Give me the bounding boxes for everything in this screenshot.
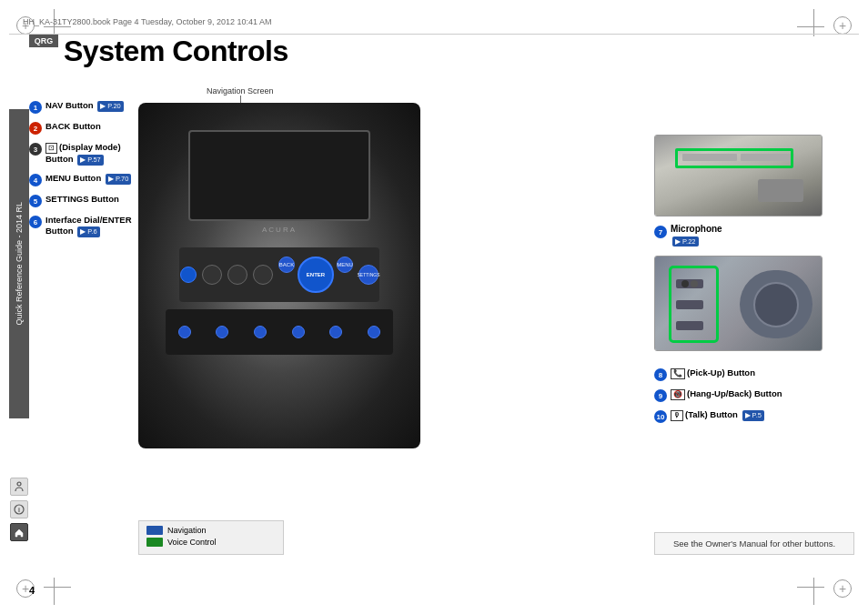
item-number-2: 2 [29, 122, 42, 135]
item-number-6: 6 [29, 216, 42, 228]
car-controls-panel: BACK ENTER MENU SETTINGS [179, 247, 379, 302]
legend-item-voice: Voice Control [146, 538, 276, 547]
item-text-hangup: 📵(Hang-Up/Back) Button [671, 388, 782, 400]
right-items: 8 📞(Pick-Up) Button 9 📵(Hang-Up/Back) Bu… [654, 367, 854, 423]
svg-text:i: i [18, 507, 20, 513]
item-text-2: BACK Button [45, 121, 101, 132]
list-item: 4 MENU Button ▶ P.70 [29, 173, 138, 186]
right-list-item: 10 🎙(Talk) Button ▶ P.5 [654, 409, 854, 423]
car-small-btn-1 [178, 326, 191, 338]
item-text-6: Interface Dial/ENTER Button ▶ P.6 [45, 215, 138, 237]
item-number-5: 5 [29, 195, 42, 207]
car-nav-btn [180, 267, 197, 283]
car-menu-btn: MENU [337, 257, 353, 273]
microphone-highlight [675, 148, 793, 168]
mic-number: 7 [654, 226, 667, 238]
item-text-4: MENU Button ▶ P.70 [45, 173, 131, 185]
legend-color-voice [146, 538, 163, 547]
item-number-1: 1 [29, 101, 42, 114]
microphone-photo [654, 135, 823, 216]
legend-item-navigation: Navigation [146, 526, 276, 535]
sidebar-icons: i [9, 478, 29, 541]
sidebar-icon-info[interactable]: i [10, 500, 28, 518]
item-text-talk: 🎙(Talk) Button ▶ P.5 [671, 409, 764, 421]
car-audio-btn [253, 265, 273, 285]
microphone-label: Microphone ▶ P.22 [671, 224, 722, 247]
display-mode-link[interactable]: ▶ P.57 [77, 155, 104, 166]
car-small-btn-5 [329, 326, 342, 338]
item-text-1: NAV Button ▶ P.20 [45, 100, 124, 112]
photo-inner-top [655, 136, 822, 216]
page-title: System Controls [64, 35, 288, 68]
car-screen [188, 130, 370, 221]
svg-point-0 [17, 482, 21, 486]
items-list: 1 NAV Button ▶ P.20 2 BACK Button 3 ⊡(Di… [29, 89, 138, 245]
item-text-pickup: 📞(Pick-Up) Button [671, 367, 755, 379]
car-bottom-panel [166, 309, 393, 355]
menu-button-link[interactable]: ▶ P.70 [106, 174, 132, 185]
microphone-link[interactable]: ▶ P.22 [672, 237, 699, 247]
car-settings-btn: SETTINGS [358, 265, 378, 285]
item-text-5: SETTINGS Button [45, 194, 119, 205]
car-back-btn: BACK [278, 257, 295, 273]
microphone-text: Microphone [671, 224, 722, 234]
photo-inner-bottom [655, 257, 822, 350]
item-number-3: 3 [29, 143, 42, 156]
sidebar-icon-person[interactable] [10, 478, 28, 496]
steering-highlight [669, 266, 719, 343]
main-content: QRG System Controls Navigation Screen 1 … [29, 35, 854, 600]
car-phone-btn [202, 265, 222, 285]
car-small-btn-3 [254, 326, 267, 338]
talk-button-link[interactable]: ▶ P.5 [742, 410, 764, 421]
right-list-item: 9 📵(Hang-Up/Back) Button [654, 388, 854, 402]
legend-color-nav [146, 526, 163, 535]
page-number: 4 [29, 585, 35, 596]
car-small-btn-6 [368, 326, 380, 338]
car-image: ACURA BACK ENTER MENU SETTINGS [138, 103, 420, 448]
car-enter-btn: ENTER [298, 257, 334, 293]
item-number-pickup: 8 [654, 368, 667, 381]
sidebar-icon-home[interactable] [10, 523, 28, 541]
legend: Navigation Voice Control [138, 520, 284, 555]
legend-label-nav: Navigation [167, 526, 207, 535]
car-logo: ACURA [262, 226, 297, 234]
list-item: 6 Interface Dial/ENTER Button ▶ P.6 [29, 215, 138, 237]
nav-screen-label: Navigation Screen [207, 86, 274, 96]
qrg-badge: QRG [29, 35, 58, 47]
nav-button-link[interactable]: ▶ P.20 [97, 101, 124, 112]
steering-photo [654, 256, 823, 351]
legend-label-voice: Voice Control [167, 538, 217, 547]
list-item: 5 SETTINGS Button [29, 194, 138, 207]
list-item: 3 ⊡(Display Mode) Button ▶ P.57 [29, 142, 138, 166]
car-small-btn-2 [216, 326, 228, 338]
right-list-item: 8 📞(Pick-Up) Button [654, 367, 854, 381]
item-number-talk: 10 [654, 410, 667, 423]
item-text-3: ⊡(Display Mode) Button ▶ P.57 [45, 142, 138, 166]
sidebar-tab: Quick Reference Guide - 2014 RL [9, 109, 29, 418]
car-small-btn-4 [292, 326, 305, 338]
item-number-hangup: 9 [654, 389, 667, 402]
file-info: HH_KA-31TY2800.book Page 4 Tuesday, Octo… [23, 17, 272, 26]
list-item: 2 BACK Button [29, 121, 138, 135]
enter-button-link[interactable]: ▶ P.6 [77, 226, 99, 237]
right-panel: 7 Microphone ▶ P.22 [654, 135, 854, 600]
controls-section: Navigation Screen 1 NAV Button ▶ P.20 2 … [29, 85, 854, 600]
list-item: 1 NAV Button ▶ P.20 [29, 100, 138, 114]
header-bar: HH_KA-31TY2800.book Page 4 Tuesday, Octo… [9, 9, 859, 35]
car-info-btn [227, 265, 247, 285]
footer-note: See the Owner's Manual for other buttons… [654, 532, 854, 555]
sidebar-tab-text: Quick Reference Guide - 2014 RL [15, 202, 24, 326]
item-number-4: 4 [29, 174, 42, 186]
